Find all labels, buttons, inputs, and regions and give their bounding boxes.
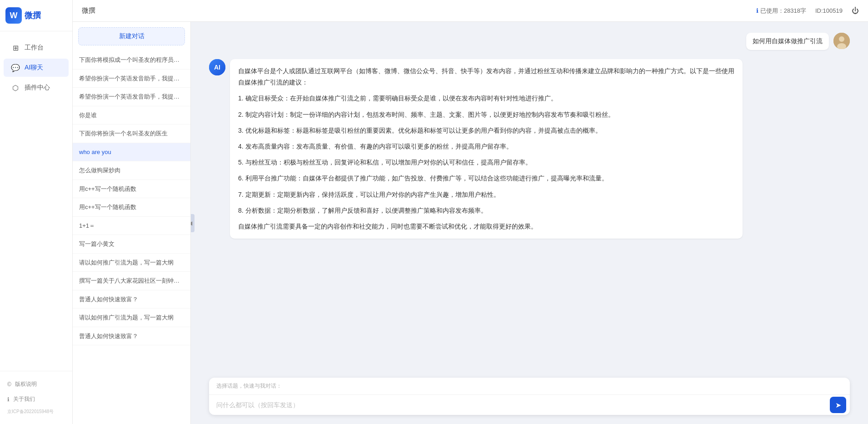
usage-icon: ℹ: [756, 7, 758, 14]
ai-para-6: 6. 利用平台推广功能：自媒体平台都提供了推广功能，如广告投放、付费推广等，可以…: [238, 173, 734, 184]
list-item[interactable]: 你是谁: [73, 106, 190, 125]
ai-para-4: 4. 发布高质量内容：发布高质量、有价值、有趣的内容可以吸引更多的粉丝，并提高用…: [238, 141, 734, 152]
usage-info: ℹ 已使用：28318字: [756, 7, 806, 15]
svg-point-1: [839, 36, 844, 42]
ai-para-1: 1. 确定目标受众：在开始自媒体推广引流之前，需要明确目标受众是谁，以便在发布内…: [238, 93, 734, 104]
topbar: 微撰 ℹ 已使用：28318字 ID:100519 ⏻: [73, 0, 868, 22]
input-row: ➤: [209, 395, 850, 415]
ai-message-content: 自媒体平台是个人或团队通过互联网平台（如博客、微博、微信公众号、抖音、快手等）发…: [230, 59, 743, 239]
input-area: 选择话题，快速与我对话： ➤: [209, 378, 850, 415]
ai-para-5: 5. 与粉丝互动：积极与粉丝互动，回复评论和私信，可以增加用户对你的认可和信任，…: [238, 157, 734, 168]
user-message-content: 如何用自媒体做推广引流: [746, 33, 829, 50]
user-message: 如何用自媒体做推广引流: [209, 33, 850, 50]
workbench-label: 工作台: [25, 44, 44, 52]
copyright-item[interactable]: © 版权说明: [0, 377, 72, 392]
copyright-icon: ©: [7, 381, 11, 388]
list-item-active[interactable]: who are you: [73, 143, 190, 162]
ai-chat-icon: 💬: [11, 63, 20, 72]
plugin-icon: ⬡: [11, 83, 20, 92]
ai-para-2: 2. 制定内容计划：制定一份详细的内容计划，包括发布时间、频率、主题、文案、图片…: [238, 109, 734, 120]
sidebar-item-ai-chat[interactable]: 💬 AI聊天: [4, 59, 69, 77]
list-item[interactable]: 普通人如何快速致富？: [73, 290, 190, 309]
ai-para-8: 8. 分析数据：定期分析数据，了解用户反馈和喜好，以便调整推广策略和内容发布频率…: [238, 205, 734, 216]
list-item[interactable]: 用c++写一个随机函数: [73, 180, 190, 199]
list-item[interactable]: 希望你扮演一个英语发音助手，我提供给你...: [73, 70, 190, 88]
copyright-label: 版权说明: [15, 380, 37, 388]
topbar-right: ℹ 已使用：28318字 ID:100519 ⏻: [756, 7, 859, 15]
list-item[interactable]: 1+1＝: [73, 217, 190, 235]
about-item[interactable]: ℹ 关于我们: [0, 392, 72, 407]
ai-para-0: 自媒体平台是个人或团队通过互联网平台（如博客、微博、微信公众号、抖音、快手等）发…: [238, 65, 734, 88]
sidebar: W 微撰 ⊞ 工作台 💬 AI聊天 ⬡ 插件中心 © 版权说明 ℹ 关于我们 京…: [0, 0, 73, 424]
sidebar-item-workbench[interactable]: ⊞ 工作台: [4, 39, 69, 57]
ai-para-7: 7. 定期更新：定期更新内容，保持活跃度，可以让用户对你的内容产生兴趣，增加用户…: [238, 189, 734, 200]
content-area: 新建对话 下面你将模拟成一个叫圣友的程序员，我说... 希望你扮演一个英语发音助…: [73, 22, 868, 424]
list-item[interactable]: 写一篇小黄文: [73, 235, 190, 254]
chat-input[interactable]: [216, 397, 830, 413]
new-chat-button[interactable]: 新建对话: [78, 27, 185, 45]
ai-avatar: AI: [209, 59, 225, 75]
list-item[interactable]: 用c++写一个随机函数: [73, 198, 190, 217]
chat-area: ◀ 如何用自媒体做推广引流: [191, 22, 868, 424]
quick-select-label: 选择话题，快速与我对话：: [209, 378, 850, 395]
list-item[interactable]: 怎么做狗屎炒肉: [73, 161, 190, 180]
ai-message: AI 自媒体平台是个人或团队通过互联网平台（如博客、微博、微信公众号、抖音、快手…: [209, 59, 850, 239]
list-item[interactable]: 希望你扮演一个英语发音助手，我提供给你...: [73, 88, 190, 106]
ai-para-9: 自媒体推广引流需要具备一定的内容创作和社交能力，同时也需要不断尝试和优化，才能取…: [238, 221, 734, 232]
collapse-button[interactable]: ◀: [191, 214, 195, 232]
svg-text:AI: AI: [214, 64, 220, 71]
user-avatar: [833, 33, 850, 49]
main-nav: ⊞ 工作台 💬 AI聊天 ⬡ 插件中心: [0, 31, 72, 104]
workbench-icon: ⊞: [11, 43, 20, 52]
list-item[interactable]: 请以如何推广引流为题，写一篇大纲: [73, 309, 190, 327]
list-item[interactable]: 请以如何推广引流为题，写一篇大纲: [73, 254, 190, 272]
icp-text: 京ICP备2022015948号: [0, 407, 72, 419]
logo-text: 微撰: [25, 10, 41, 21]
main-area: 微撰 ℹ 已使用：28318字 ID:100519 ⏻ 新建对话 下面你将模拟成…: [73, 0, 868, 424]
logo-area: W 微撰: [0, 0, 72, 31]
list-item[interactable]: 撰写一篇关于八大家花园社区一刻钟便民生...: [73, 272, 190, 290]
list-item[interactable]: 普通人如何快速致富？: [73, 327, 190, 346]
about-icon: ℹ: [7, 396, 10, 403]
user-id: ID:100519: [815, 7, 843, 14]
send-button[interactable]: ➤: [830, 397, 846, 413]
list-item[interactable]: 下面你将模拟成一个叫圣友的程序员，我说...: [73, 51, 190, 70]
send-icon: ➤: [835, 401, 841, 409]
plugin-label: 插件中心: [25, 84, 50, 92]
usage-text: 已使用：28318字: [760, 7, 806, 15]
sidebar-footer: © 版权说明 ℹ 关于我们 京ICP备2022015948号: [0, 371, 72, 424]
logo-icon: W: [5, 7, 22, 24]
ai-chat-label: AI聊天: [25, 64, 43, 72]
chat-list: 新建对话 下面你将模拟成一个叫圣友的程序员，我说... 希望你扮演一个英语发音助…: [73, 22, 191, 424]
messages-container: 如何用自媒体做推广引流: [191, 22, 868, 378]
list-item[interactable]: 下面你将扮演一个名叫圣友的医生: [73, 125, 190, 143]
about-label: 关于我们: [13, 395, 35, 403]
sidebar-item-plugin-center[interactable]: ⬡ 插件中心: [4, 79, 69, 97]
topbar-title: 微撰: [82, 6, 95, 15]
power-icon[interactable]: ⏻: [852, 7, 859, 15]
ai-para-3: 3. 优化标题和标签：标题和标签是吸引粉丝的重要因素。优化标题和标签可以让更多的…: [238, 125, 734, 136]
